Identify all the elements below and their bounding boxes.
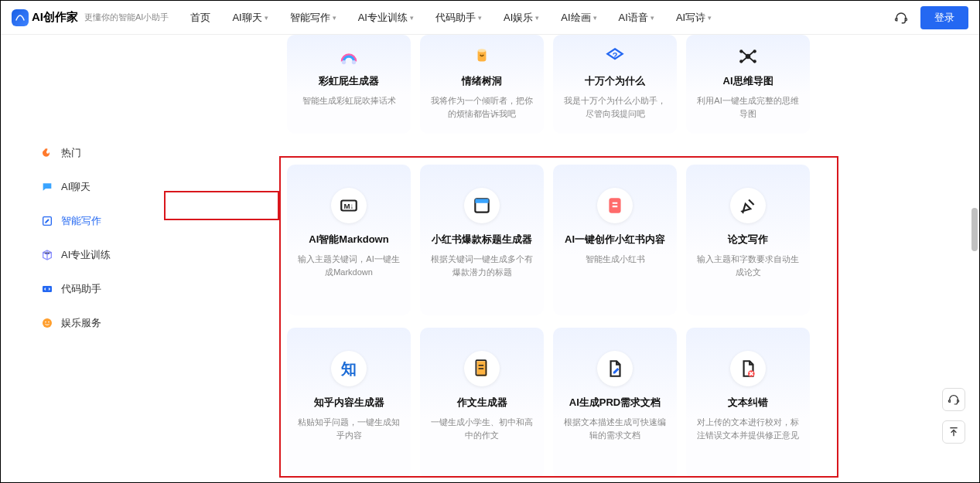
card-title: 知乎内容生成器 <box>295 396 403 410</box>
feature-card[interactable]: ?十万个为什么我是十万个为什么小助手，尽管向我提问吧 <box>553 35 677 134</box>
feature-card[interactable]: AI生成PRD需求文档根据文本描述生成可快速编辑的需求文档 <box>553 328 677 478</box>
feature-card[interactable]: 知知乎内容生成器粘贴知乎问题，一键生成知乎内容 <box>287 328 411 478</box>
scrollbar-thumb[interactable] <box>971 208 978 251</box>
chevron-down-icon: ▾ <box>333 14 336 22</box>
card-description: 智能生成小红书 <box>561 253 669 266</box>
card-description: 对上传的文本进行校对，标注错误文本并提供修正意见 <box>694 416 802 441</box>
code-icon <box>41 283 53 295</box>
fileerr-icon <box>730 351 766 386</box>
svg-text:M↓: M↓ <box>344 202 354 210</box>
paper-icon <box>464 351 500 386</box>
card-title: AI生成PRD需求文档 <box>561 396 669 410</box>
support-icon[interactable] <box>894 11 908 25</box>
sidebar-item-label: 代码助手 <box>61 282 101 296</box>
float-buttons <box>942 388 965 444</box>
nav-label: AI专业训练 <box>358 11 408 25</box>
card-title: AI思维导图 <box>694 74 802 88</box>
nav-label: AI绘画 <box>561 11 590 25</box>
nav-label: AI聊天 <box>232 11 261 25</box>
feature-card[interactable]: 情绪树洞我将作为一个倾听者，把你的烦恼都告诉我吧 <box>420 35 544 134</box>
nav-label: AI写诗 <box>676 11 705 25</box>
svg-rect-18 <box>475 199 488 202</box>
edit-icon <box>41 215 53 227</box>
chevron-down-icon: ▾ <box>650 14 654 22</box>
nav-label: AI娱乐 <box>504 11 533 25</box>
feature-card[interactable]: AI一键创作小红书内容智能生成小红书 <box>553 165 677 315</box>
card-description: 根据文本描述生成可快速编辑的需求文档 <box>561 416 669 441</box>
card-row-mid: M↓AI智能Markdown输入主题关键词，AI一键生成Markdown小红书爆… <box>186 165 964 315</box>
login-button[interactable]: 登录 <box>920 6 968 29</box>
feature-card[interactable]: M↓AI智能Markdown输入主题关键词，AI一键生成Markdown <box>287 165 411 315</box>
feature-card[interactable]: 文本纠错对上传的文本进行校对，标注错误文本并提供修正意见 <box>686 328 810 478</box>
card-title: 小红书爆款标题生成器 <box>428 233 536 247</box>
sidebar-item-code[interactable]: 代码助手 <box>29 274 132 304</box>
sidebar-item-flame[interactable]: 热门 <box>29 138 132 168</box>
sidebar-item-smile[interactable]: 娱乐服务 <box>29 308 132 338</box>
chevron-down-icon: ▾ <box>708 14 712 22</box>
nav-item-7[interactable]: AI语音▾ <box>619 11 654 25</box>
card-title: 彩虹屁生成器 <box>295 74 403 88</box>
md-icon: M↓ <box>331 188 367 223</box>
main-area: 热门AI聊天智能写作AI专业训练代码助手娱乐服务 彩虹屁生成器智能生成彩虹屁吹捧… <box>1 35 979 483</box>
sidebar-item-edit[interactable]: 智能写作 <box>29 206 132 236</box>
cube-icon <box>41 249 53 261</box>
sidebar-item-label: 智能写作 <box>61 214 101 228</box>
sidebar-item-chat[interactable]: AI聊天 <box>29 172 132 202</box>
nav-label: 代码助手 <box>435 11 476 25</box>
nav-item-6[interactable]: AI绘画▾ <box>561 11 596 25</box>
brand-logo[interactable]: AI创作家 <box>12 9 78 26</box>
svg-point-2 <box>43 318 52 328</box>
mindmap-icon <box>694 46 802 66</box>
card-description: 输入主题和字数要求自动生成论文 <box>694 253 802 278</box>
sidebar-item-label: 热门 <box>61 146 81 160</box>
nav-item-5[interactable]: AI娱乐▾ <box>504 11 539 25</box>
logo-icon <box>12 9 29 26</box>
feature-card[interactable]: 彩虹屁生成器智能生成彩虹屁吹捧话术 <box>287 35 411 134</box>
nav-item-4[interactable]: 代码助手▾ <box>435 11 482 25</box>
card-row-bot: 知知乎内容生成器粘贴知乎问题，一键生成知乎内容作文生成器一键生成小学生、初中和高… <box>186 328 964 478</box>
card-description: 利用AI一键生成完整的思维导图 <box>694 94 802 120</box>
card-description: 一键生成小学生、初中和高中的作文 <box>428 416 536 441</box>
nav-item-3[interactable]: AI专业训练▾ <box>358 11 414 25</box>
zhi-icon: 知 <box>331 351 367 386</box>
feature-card[interactable]: AI思维导图利用AI一键生成完整的思维导图 <box>686 35 810 134</box>
card-description: 输入主题关键词，AI一键生成Markdown <box>295 253 403 278</box>
window-icon <box>464 188 500 223</box>
nav-item-0[interactable]: 首页 <box>190 11 210 25</box>
card-description: 粘贴知乎问题，一键生成知乎内容 <box>295 416 403 441</box>
brand-name: AI创作家 <box>32 10 78 25</box>
card-title: AI智能Markdown <box>295 233 403 247</box>
nav-label: 首页 <box>190 11 210 25</box>
nav-item-1[interactable]: AI聊天▾ <box>232 11 268 25</box>
scrollbar-track[interactable] <box>970 35 978 481</box>
card-title: 情绪树洞 <box>428 74 536 88</box>
feature-card[interactable]: 小红书爆款标题生成器根据关键词一键生成多个有爆款潜力的标题 <box>420 165 544 315</box>
feature-card[interactable]: 论文写作输入主题和字数要求自动生成论文 <box>686 165 810 315</box>
card-description: 根据关键词一键生成多个有爆款潜力的标题 <box>428 253 536 278</box>
cup-icon <box>428 46 536 66</box>
chat-icon <box>41 181 53 193</box>
svg-point-4 <box>48 321 50 323</box>
flame-icon <box>41 147 53 159</box>
rainbow-icon <box>295 46 403 66</box>
svg-point-8 <box>478 49 487 52</box>
float-support-button[interactable] <box>942 388 965 411</box>
card-description: 智能生成彩虹屁吹捧话术 <box>295 94 403 107</box>
top-right: 登录 <box>894 6 968 29</box>
nav-label: 智能写作 <box>290 11 330 25</box>
sidebar-item-cube[interactable]: AI专业训练 <box>29 240 132 270</box>
sidebar-item-label: 娱乐服务 <box>61 316 101 330</box>
card-description: 我将作为一个倾听者，把你的烦恼都告诉我吧 <box>428 94 536 120</box>
doc-icon <box>597 188 633 223</box>
feature-card[interactable]: 作文生成器一键生成小学生、初中和高中的作文 <box>420 328 544 478</box>
chevron-down-icon: ▾ <box>593 14 597 22</box>
float-back-to-top-button[interactable] <box>942 420 965 444</box>
svg-text:?: ? <box>613 51 618 60</box>
nav-item-8[interactable]: AI写诗▾ <box>676 11 712 25</box>
fileedit-icon <box>597 351 633 386</box>
card-title: 十万个为什么 <box>561 74 669 88</box>
chevron-down-icon: ▾ <box>478 14 482 22</box>
svg-rect-1 <box>43 286 52 292</box>
nav-item-2[interactable]: 智能写作▾ <box>290 11 336 25</box>
top-nav: 首页AI聊天▾智能写作▾AI专业训练▾代码助手▾AI娱乐▾AI绘画▾AI语音▾A… <box>190 11 888 25</box>
